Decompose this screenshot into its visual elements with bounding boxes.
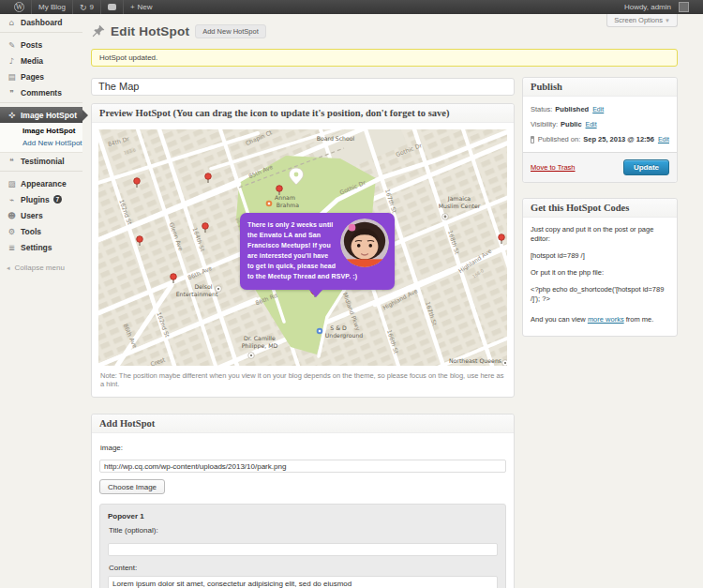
dot-poi-icon bbox=[502, 359, 507, 365]
publish-header: Publish bbox=[523, 78, 677, 97]
popover-content-textarea[interactable]: Lorem ipsum dolor sit amet, consectetur … bbox=[108, 576, 498, 588]
new-content-menu[interactable]: +New bbox=[124, 0, 159, 14]
sidebar-item-label: Settings bbox=[21, 243, 52, 252]
sidebar-item-testimonial[interactable]: ❝Testimonial bbox=[0, 153, 82, 169]
map-preview[interactable]: 84th Dr163-6Chapin CtBoard SchoolGothic … bbox=[98, 129, 507, 366]
choose-image-button[interactable]: Choose Image bbox=[99, 479, 165, 494]
testimonial-icon: ❝ bbox=[7, 157, 17, 166]
plugins-icon: ⌁ bbox=[7, 195, 17, 204]
calendar-icon bbox=[531, 136, 534, 143]
publish-actions: Move to Trash Update bbox=[523, 152, 677, 182]
appearance-icon: ▨ bbox=[7, 179, 17, 188]
sidebar-item-label: Image HotSpot bbox=[21, 111, 77, 120]
update-button[interactable]: Update bbox=[623, 159, 669, 175]
sidebar-item-settings[interactable]: ≣Settings bbox=[0, 239, 82, 255]
sidebar-item-dashboard[interactable]: ⌂Dashboard bbox=[0, 14, 82, 30]
status-row: Status:Published Edit bbox=[531, 105, 669, 113]
sidebar-item-label: Appearance bbox=[21, 179, 67, 188]
sidebar-item-users[interactable]: ☻Users bbox=[0, 207, 82, 223]
sidebar-submenu: Image HotSpotAdd New HotSpot bbox=[0, 123, 82, 153]
post-title-input[interactable] bbox=[91, 78, 515, 96]
hotspot-popover[interactable]: There is only 2 weeks until the Envato L… bbox=[240, 213, 395, 290]
edit-visibility-link[interactable]: Edit bbox=[586, 121, 597, 128]
sidebar-item-appearance[interactable]: ▨Appearance bbox=[0, 175, 82, 191]
sidebar-separator bbox=[0, 32, 82, 35]
restaurant-poi-icon bbox=[266, 200, 273, 206]
map-label: Philippe, MD bbox=[242, 342, 278, 350]
tools-icon: ⚙ bbox=[7, 227, 17, 236]
sidebar-item-pages[interactable]: ▤Pages bbox=[0, 68, 82, 84]
sidebar-item-label: Testimonial bbox=[21, 157, 65, 166]
codes-header: Get this HotSpot Codes bbox=[523, 199, 677, 218]
admin-bar: W My Blog ↻9 +New Howdy, admin bbox=[0, 0, 703, 14]
map-label: Annam bbox=[275, 194, 295, 201]
sidebar-item-label: Pages bbox=[21, 72, 44, 82]
update-notice: HotSpot updated. bbox=[91, 49, 678, 67]
sidebar-separator bbox=[0, 171, 82, 173]
image-label: image: bbox=[100, 444, 505, 452]
more-works-link[interactable]: more works bbox=[588, 315, 624, 324]
sidebar-separator bbox=[0, 102, 82, 105]
avatar bbox=[679, 2, 689, 12]
wp-logo-menu[interactable]: W bbox=[7, 0, 31, 14]
sidebar-item-comments[interactable]: ❞Comments bbox=[0, 84, 82, 100]
map-label: Brahma bbox=[277, 202, 300, 208]
sidebar-item-label: Plugins bbox=[21, 195, 50, 204]
page-heading: Edit HotSpot Add New HotSpot bbox=[92, 22, 678, 40]
subway-poi-icon bbox=[317, 327, 323, 334]
settings-icon: ≣ bbox=[7, 243, 17, 252]
add-new-hotspot-button[interactable]: Add New HotSpot bbox=[195, 24, 266, 38]
codes-postbox: Get this HotSpot Codes Just copy and put… bbox=[522, 198, 678, 337]
php-code-text: <?php echo do_shortcode('[hotspot id=789… bbox=[531, 285, 669, 304]
add-hotspot-postbox: Add HotSpot image: Choose Image Popover … bbox=[91, 414, 515, 588]
account-menu[interactable]: Howdy, admin bbox=[618, 0, 696, 14]
visibility-value: Public bbox=[561, 120, 582, 128]
add-hotspot-header: Add HotSpot bbox=[92, 415, 514, 433]
mosque-poi-icon bbox=[442, 213, 449, 219]
posts-icon: ✎ bbox=[7, 40, 17, 50]
dot-poi-icon bbox=[248, 352, 255, 358]
main-content: Screen Options ▼ Edit HotSpot Add New Ho… bbox=[82, 14, 703, 588]
edit-date-link[interactable]: Edit bbox=[658, 136, 669, 143]
map-label: Muslim Center bbox=[439, 203, 481, 209]
published-date: Sep 25, 2013 @ 12:56 bbox=[583, 135, 654, 143]
updates-icon: ↻ bbox=[80, 3, 87, 12]
content-label: Content: bbox=[109, 564, 497, 572]
map-label: Entertainment bbox=[176, 291, 218, 297]
image-hotspot-icon: ✜ bbox=[7, 111, 17, 120]
publish-postbox: Publish Status:Published Edit Visibility… bbox=[522, 77, 678, 183]
image-url-input[interactable] bbox=[99, 460, 506, 473]
sidebar-item-media[interactable]: ♪Media bbox=[0, 53, 82, 68]
popover-title-input[interactable] bbox=[108, 543, 498, 556]
sidebar-item-label: Media bbox=[21, 56, 43, 66]
collapse-arrow-icon: ◂ bbox=[7, 264, 10, 272]
users-icon: ☻ bbox=[7, 211, 17, 220]
map-label: Northeast Queens bbox=[449, 357, 501, 364]
title-optional-label: Title (optional): bbox=[109, 526, 497, 535]
page-title: Edit HotSpot bbox=[111, 24, 189, 38]
sidebar-item-label: Comments bbox=[21, 88, 62, 98]
popover-photo bbox=[340, 219, 389, 267]
sidebar-item-posts[interactable]: ✎Posts bbox=[0, 37, 82, 53]
sidebar-item-label: Dashboard bbox=[21, 18, 62, 27]
map-label: Board School bbox=[317, 135, 355, 142]
sidebar-item-tools[interactable]: ⚙Tools bbox=[0, 223, 82, 239]
sidebar-subitem-image-hotspot[interactable]: Image HotSpot bbox=[0, 125, 82, 137]
screen-options-tab[interactable]: Screen Options ▼ bbox=[606, 14, 678, 27]
site-name-menu[interactable]: My Blog bbox=[32, 0, 72, 14]
chevron-down-icon: ▼ bbox=[665, 18, 670, 23]
edit-status-link[interactable]: Edit bbox=[592, 106, 604, 113]
sidebar-item-label: Posts bbox=[21, 40, 42, 50]
sidebar-subitem-add-new-hotspot[interactable]: Add New HotSpot bbox=[0, 137, 82, 149]
plugins-count-badge: 7 bbox=[53, 195, 62, 204]
move-to-trash-link[interactable]: Move to Trash bbox=[531, 163, 576, 172]
comments-menu[interactable] bbox=[101, 0, 123, 14]
updates-menu[interactable]: ↻9 bbox=[73, 0, 100, 14]
sidebar-item-label: Tools bbox=[21, 227, 41, 236]
sidebar-item-image-hotspot[interactable]: ✜Image HotSpot bbox=[0, 107, 82, 123]
comments-icon: ❞ bbox=[7, 88, 17, 98]
popover-1-section: Popover 1 Title (optional): Content: Lor… bbox=[99, 504, 506, 588]
collapse-menu-button[interactable]: ◂ Collapse menu bbox=[0, 264, 82, 272]
media-icon: ♪ bbox=[7, 56, 17, 66]
sidebar-item-plugins[interactable]: ⌁Plugins7 bbox=[0, 191, 82, 207]
